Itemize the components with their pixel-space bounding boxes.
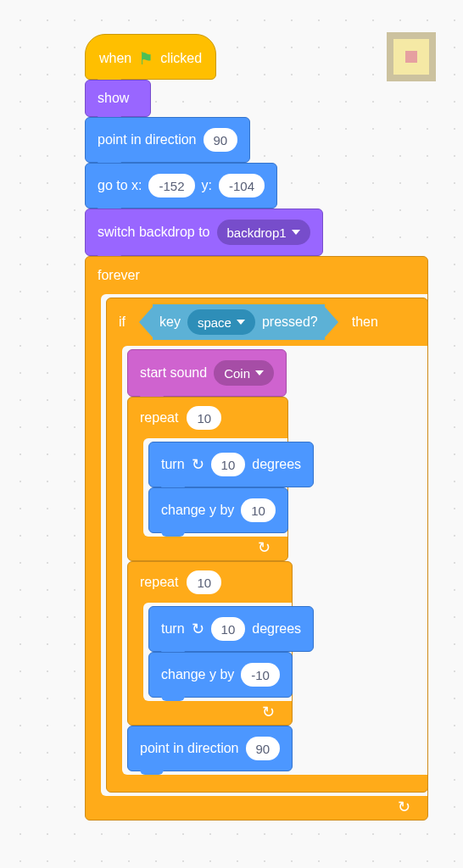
switch-backdrop-block[interactable]: switch backdrop to backdrop1 bbox=[85, 209, 323, 256]
turn-cw-block-1[interactable]: turn ↻ 10 degrees bbox=[148, 442, 314, 487]
turn2-label-pre: turn bbox=[161, 621, 185, 637]
backdrop-dropdown[interactable]: backdrop1 bbox=[217, 220, 310, 245]
changey2-input[interactable]: -10 bbox=[241, 663, 280, 687]
changey1-label: change y by bbox=[161, 503, 234, 518]
chevron-down-icon bbox=[255, 370, 264, 376]
then-label: then bbox=[352, 314, 378, 330]
turn-cw-block-2[interactable]: turn ↻ 10 degrees bbox=[148, 606, 314, 652]
show-block[interactable]: show bbox=[85, 80, 151, 117]
goto-label-pre: go to x: bbox=[98, 178, 142, 193]
change-y-block-1[interactable]: change y by 10 bbox=[148, 487, 288, 533]
repeat2-label: repeat bbox=[140, 575, 178, 590]
goto-x-input[interactable]: -152 bbox=[148, 174, 194, 198]
start-sound-block[interactable]: start sound Coin bbox=[127, 349, 287, 397]
repeat1-footer: ↻ bbox=[128, 537, 287, 560]
turn1-label-pre: turn bbox=[161, 457, 185, 472]
key-label-pre: key bbox=[159, 314, 181, 330]
forever-footer: ↻ bbox=[86, 796, 427, 820]
if-label: if bbox=[119, 314, 126, 330]
rotate-cw-icon: ↻ bbox=[192, 455, 204, 474]
repeat2-body: turn ↻ 10 degrees change y by -10 bbox=[143, 603, 292, 701]
goto-label-mid: y: bbox=[202, 178, 212, 193]
start-sound-label: start sound bbox=[140, 365, 207, 381]
goto-xy-block[interactable]: go to x: -152 y: -104 bbox=[85, 163, 277, 209]
chevron-down-icon bbox=[292, 230, 300, 235]
show-label: show bbox=[98, 91, 129, 106]
chevron-down-icon bbox=[237, 320, 245, 325]
key-dropdown[interactable]: space bbox=[187, 309, 255, 335]
repeat-block-1[interactable]: repeat 10 turn ↻ 10 degrees bbox=[127, 397, 288, 561]
if-header: if key space pressed? bbox=[107, 298, 427, 346]
backdrop-dropdown-value: backdrop1 bbox=[227, 225, 287, 240]
point-direction-block[interactable]: point in direction 90 bbox=[85, 117, 250, 163]
repeat2-header: repeat 10 bbox=[128, 562, 292, 603]
green-flag-icon: ⚑ bbox=[138, 48, 153, 69]
repeat-block-2[interactable]: repeat 10 turn ↻ 10 degrees bbox=[127, 561, 293, 726]
turn1-input[interactable]: 10 bbox=[211, 453, 246, 476]
if-footer bbox=[107, 775, 427, 792]
forever-body: if key space pressed? bbox=[101, 294, 427, 796]
point-dir2-input[interactable]: 90 bbox=[246, 737, 281, 760]
repeat1-label: repeat bbox=[140, 410, 178, 426]
changey2-label: change y by bbox=[161, 667, 234, 682]
loop-arrow-icon: ↻ bbox=[258, 538, 271, 557]
hat-label-pre: when bbox=[99, 51, 131, 66]
turn1-label-post: degrees bbox=[252, 457, 301, 472]
point-direction-block-2[interactable]: point in direction 90 bbox=[127, 726, 293, 771]
forever-block[interactable]: forever if key space bbox=[85, 256, 428, 821]
sound-dropdown[interactable]: Coin bbox=[214, 360, 274, 386]
point-dir-input[interactable]: 90 bbox=[204, 128, 238, 152]
point-dir2-label: point in direction bbox=[140, 741, 239, 756]
forever-header: forever bbox=[86, 257, 427, 294]
when-flag-clicked-block[interactable]: when ⚑ clicked bbox=[85, 34, 216, 80]
turn2-input[interactable]: 10 bbox=[211, 617, 246, 641]
repeat2-input[interactable]: 10 bbox=[187, 570, 221, 594]
rotate-cw-icon: ↻ bbox=[192, 620, 204, 638]
sound-dropdown-value: Coin bbox=[224, 366, 250, 381]
script-stack[interactable]: when ⚑ clicked show point in direction 9… bbox=[85, 34, 428, 821]
repeat2-footer: ↻ bbox=[128, 701, 292, 725]
repeat1-header: repeat 10 bbox=[128, 398, 287, 438]
changey1-input[interactable]: 10 bbox=[241, 498, 276, 522]
key-label-post: pressed? bbox=[262, 314, 318, 330]
change-y-block-2[interactable]: change y by -10 bbox=[148, 652, 293, 698]
turn2-label-post: degrees bbox=[252, 621, 301, 637]
goto-y-input[interactable]: -104 bbox=[219, 174, 265, 198]
loop-arrow-icon: ↻ bbox=[262, 703, 275, 721]
if-body: start sound Coin repeat 10 bbox=[122, 346, 427, 775]
switch-bd-label: switch backdrop to bbox=[98, 225, 210, 240]
if-block[interactable]: if key space pressed? bbox=[106, 298, 428, 793]
repeat1-input[interactable]: 10 bbox=[187, 406, 221, 430]
key-dropdown-value: space bbox=[198, 315, 232, 330]
forever-label: forever bbox=[98, 268, 140, 283]
repeat1-body: turn ↻ 10 degrees change y by 10 bbox=[143, 438, 287, 537]
point-dir-label: point in direction bbox=[98, 132, 197, 147]
workspace[interactable]: when ⚑ clicked show point in direction 9… bbox=[0, 0, 463, 868]
key-pressed-reporter[interactable]: key space pressed? bbox=[153, 307, 325, 337]
hat-label-post: clicked bbox=[160, 51, 202, 66]
loop-arrow-icon: ↻ bbox=[398, 798, 410, 816]
